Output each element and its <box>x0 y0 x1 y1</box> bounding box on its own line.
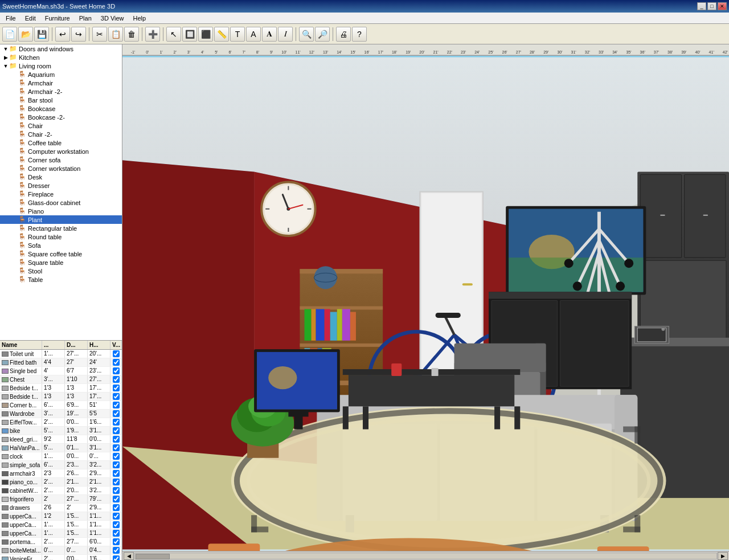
scroll-left-button[interactable]: ◀ <box>124 552 134 560</box>
cell-visible[interactable] <box>110 367 122 375</box>
cell-visible[interactable] <box>110 529 122 537</box>
table-row[interactable]: bike5'...1'9...3'1... <box>0 427 122 435</box>
menu-item-3d-view[interactable]: 3D View <box>96 14 129 23</box>
tree-item-plant[interactable]: 🪑Plant <box>0 215 122 224</box>
table-row[interactable]: cabinetW...2'...2'0...3'2... <box>0 487 122 495</box>
cell-visible[interactable] <box>110 461 122 469</box>
save-button[interactable]: 💾 <box>34 27 49 42</box>
furniture-tree[interactable]: ▼📁Doors and windows▶📁Kitchen▼📁Living roo… <box>0 44 122 341</box>
tree-item-bookcase[interactable]: 🪑Bookcase <box>0 104 122 113</box>
table-row[interactable]: VeniceFr...2'...0'0...1'6... <box>0 555 122 560</box>
cell-visible[interactable] <box>110 427 122 435</box>
new-button[interactable]: 📄 <box>2 27 17 42</box>
table-row[interactable]: Chest3'...1'1027'... <box>0 375 122 384</box>
tree-item-roundtable[interactable]: 🪑Round table <box>0 232 122 241</box>
tree-item-cornersofa[interactable]: 🪑Corner sofa <box>0 156 122 164</box>
table-row[interactable]: clock1'...0'0...0'... <box>0 452 122 461</box>
cell-visible[interactable] <box>110 538 122 546</box>
cell-visible[interactable] <box>110 504 122 512</box>
horizontal-scrollbar[interactable]: ◀ ▶ <box>122 551 729 560</box>
maximize-button[interactable]: □ <box>707 2 716 10</box>
tree-item-fireplace[interactable]: 🪑Fireplace <box>0 190 122 198</box>
tree-item-chair[interactable]: 🪑Chair <box>0 121 122 130</box>
cell-visible[interactable] <box>110 444 122 452</box>
tree-item-armchair[interactable]: 🪑Armchair <box>0 79 122 87</box>
cell-visible[interactable] <box>110 435 122 443</box>
scroll-track[interactable] <box>134 553 717 559</box>
cell-visible[interactable] <box>110 452 122 460</box>
cell-visible[interactable] <box>110 521 122 529</box>
tree-item-computerws[interactable]: 🪑Computer workstation <box>0 147 122 156</box>
text-style-button[interactable]: A <box>246 27 261 42</box>
tree-item-chair2[interactable]: 🪑Chair -2- <box>0 130 122 138</box>
furniture-table[interactable]: Toilet unit1'...27'...20'...Fitted bath4… <box>0 350 122 560</box>
table-row[interactable]: Corner b...6'...6'9...51' <box>0 401 122 410</box>
expand-icon[interactable]: ▼ <box>2 63 9 70</box>
table-row[interactable]: Fitted bath4'427'24' <box>0 358 122 367</box>
cell-visible[interactable] <box>110 418 122 426</box>
table-row[interactable]: piano_co...2'...2'1...2'1... <box>0 478 122 487</box>
tree-item-barstool[interactable]: 🪑Bar stool <box>0 96 122 104</box>
menu-item-furniture[interactable]: Furniture <box>40 14 75 23</box>
tree-item-cornerws[interactable]: 🪑Corner workstation <box>0 164 122 173</box>
tree-item-glassdoor[interactable]: 🪑Glass-door cabinet <box>0 198 122 207</box>
table-row[interactable]: simple_sofa6'...2'3...3'2... <box>0 461 122 469</box>
tree-item-sqcoffee[interactable]: 🪑Square coffee table <box>0 250 122 258</box>
add-furniture-button[interactable]: ➕ <box>145 27 160 42</box>
text-italic-button[interactable]: 𝐼 <box>278 27 293 42</box>
menu-item-help[interactable]: Help <box>129 14 151 23</box>
tree-item-armchair2[interactable]: 🪑Armchair -2- <box>0 87 122 96</box>
cell-visible[interactable] <box>110 487 122 494</box>
close-button[interactable]: ✕ <box>718 2 727 10</box>
cell-visible[interactable] <box>110 375 122 383</box>
tree-item-dresser[interactable]: 🪑Dresser <box>0 181 122 190</box>
table-row[interactable]: Bedside t...1'31'317'... <box>0 393 122 401</box>
tree-item-stool[interactable]: 🪑Stool <box>0 267 122 275</box>
table-row[interactable]: kleed_gri...9'211'80'0... <box>0 435 122 444</box>
cell-visible[interactable] <box>110 384 122 392</box>
cell-visible[interactable] <box>110 512 122 520</box>
3d-viewport[interactable] <box>122 56 729 551</box>
cell-visible[interactable] <box>110 401 122 409</box>
table-row[interactable]: HaiVanPa...5'...0'1...3'1... <box>0 444 122 452</box>
create-walls-button[interactable]: 🔲 <box>182 27 197 42</box>
delete-button[interactable]: 🗑 <box>124 27 139 42</box>
table-row[interactable]: drawers2'62'2'9... <box>0 504 122 512</box>
tree-item-aquarium[interactable]: 🪑Aquarium <box>0 70 122 79</box>
table-row[interactable]: Bedside t...1'31'317'... <box>0 384 122 393</box>
cell-visible[interactable] <box>110 358 122 366</box>
undo-button[interactable]: ↩ <box>55 27 70 42</box>
table-row[interactable]: boiteMetal...0'...0'...0'4... <box>0 546 122 555</box>
tree-item-doors[interactable]: ▼📁Doors and windows <box>0 44 122 53</box>
create-text-button[interactable]: T <box>230 27 245 42</box>
tree-item-desk[interactable]: 🪑Desk <box>0 173 122 181</box>
tree-item-kitchen[interactable]: ▶📁Kitchen <box>0 53 122 62</box>
zoom-out-button[interactable]: 🔎 <box>315 27 330 42</box>
zoom-in-button[interactable]: 🔍 <box>299 27 314 42</box>
menu-item-file[interactable]: File <box>1 14 21 23</box>
expand-icon[interactable]: ▶ <box>2 54 9 61</box>
create-rooms-button[interactable]: ⬛ <box>198 27 213 42</box>
scroll-right-button[interactable]: ▶ <box>718 552 728 560</box>
table-row[interactable]: Wardrobe3'...19'...5'5 <box>0 410 122 418</box>
cell-visible[interactable] <box>110 555 122 560</box>
scroll-thumb[interactable] <box>136 554 170 559</box>
table-row[interactable]: frigorifero2'27'...79'... <box>0 495 122 504</box>
cell-visible[interactable] <box>110 478 122 486</box>
tree-item-livingroom[interactable]: ▼📁Living room <box>0 62 122 70</box>
table-row[interactable]: armchair32'32'6...2'9... <box>0 469 122 478</box>
text-bold-button[interactable]: 𝐀 <box>262 27 277 42</box>
create-dimension-button[interactable]: 📏 <box>214 27 229 42</box>
open-button[interactable]: 📂 <box>18 27 33 42</box>
table-row[interactable]: upperCa...1'21'5...1'1... <box>0 512 122 521</box>
select-button[interactable]: ↖ <box>166 27 181 42</box>
redo-button[interactable]: ↪ <box>71 27 86 42</box>
help-button[interactable]: ? <box>352 27 367 42</box>
cell-visible[interactable] <box>110 350 122 358</box>
table-row[interactable]: upperCa...1'...1'5...1'1... <box>0 521 122 529</box>
cell-visible[interactable] <box>110 546 122 554</box>
tree-item-bookcase2[interactable]: 🪑Bookcase -2- <box>0 113 122 121</box>
tree-item-sqtable[interactable]: 🪑Square table <box>0 258 122 267</box>
table-row[interactable]: Single bed4'6'723'... <box>0 367 122 375</box>
cell-visible[interactable] <box>110 393 122 400</box>
